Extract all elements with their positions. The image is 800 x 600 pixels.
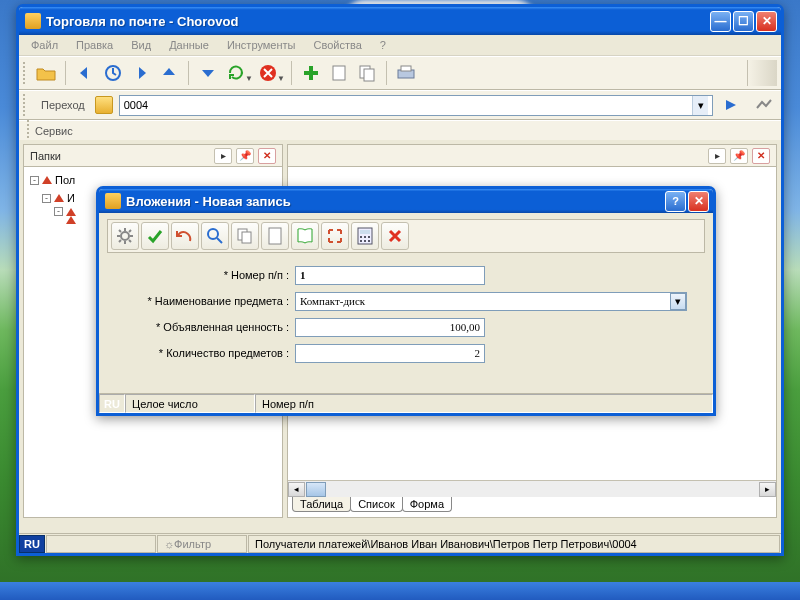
svg-rect-10 [242, 232, 251, 243]
main-title: Торговля по почте - Chorovod [46, 14, 710, 29]
nav-box-icon [95, 96, 113, 114]
svg-point-8 [208, 229, 218, 239]
new-icon[interactable] [326, 60, 352, 86]
undo-icon[interactable] [171, 222, 199, 250]
svg-rect-16 [368, 236, 370, 238]
main-statusbar: RU ☼ Фильтр Получатели платежей\Иванов И… [19, 533, 781, 553]
folders-header-label: Папки [30, 150, 61, 162]
dialog-lang-indicator[interactable]: RU [99, 394, 125, 413]
tree-row-1[interactable]: И [67, 189, 75, 207]
accept-icon[interactable] [141, 222, 169, 250]
nav-label: Переход [37, 99, 89, 111]
menu-data[interactable]: Данные [161, 37, 217, 53]
menu-edit[interactable]: Правка [68, 37, 121, 53]
scroll-right-icon[interactable]: ▸ [759, 482, 776, 497]
tab-list[interactable]: Список [350, 497, 403, 512]
svg-rect-18 [364, 240, 366, 242]
nav-address-field[interactable]: 0004 ▾ [119, 95, 713, 116]
calculator-icon[interactable] [351, 222, 379, 250]
svg-rect-14 [360, 236, 362, 238]
copy-icon[interactable] [231, 222, 259, 250]
dialog-title: Вложения - Новая запись [126, 194, 665, 209]
menubar[interactable]: Файл Правка Вид Данные Инструменты Свойс… [19, 35, 781, 56]
name-dropdown-button[interactable]: ▾ [670, 293, 686, 310]
svg-rect-4 [364, 69, 374, 81]
dialog-help-button[interactable]: ? [665, 191, 686, 212]
book-icon[interactable] [291, 222, 319, 250]
panel-pin-icon[interactable]: 📌 [236, 148, 254, 164]
data-panel-pin-icon[interactable]: 📌 [730, 148, 748, 164]
service-label: Сервис [35, 125, 73, 137]
menu-props[interactable]: Свойства [305, 37, 369, 53]
nav-go-icon[interactable] [719, 92, 745, 118]
print-icon[interactable] [393, 60, 419, 86]
clock-icon[interactable] [100, 60, 126, 86]
add-icon[interactable] [298, 60, 324, 86]
maximize-button[interactable]: ☐ [733, 11, 754, 32]
menu-help[interactable]: ? [372, 37, 394, 53]
menu-tools[interactable]: Инструменты [219, 37, 304, 53]
dialog-toolbar [107, 219, 705, 253]
label-declared: * Объявленная ценность : [113, 321, 295, 333]
horizontal-scrollbar[interactable]: ◂ ▸ [288, 480, 776, 497]
main-titlebar[interactable]: Торговля по почте - Chorovod — ☐ ✕ [19, 7, 781, 35]
dialog-status-cell2: Номер п/п [255, 394, 713, 413]
gear-icon[interactable] [111, 222, 139, 250]
forward-icon[interactable] [128, 60, 154, 86]
tab-form[interactable]: Форма [402, 497, 452, 512]
copy-icon[interactable] [354, 60, 380, 86]
menu-view[interactable]: Вид [123, 37, 159, 53]
input-qty[interactable] [295, 344, 485, 363]
svg-rect-13 [360, 230, 370, 234]
scroll-thumb[interactable] [306, 482, 326, 497]
input-declared[interactable] [295, 318, 485, 337]
svg-rect-6 [401, 66, 411, 71]
label-qty: * Количество предметов : [113, 347, 295, 359]
svg-rect-17 [360, 240, 362, 242]
app-icon [25, 13, 41, 29]
svg-rect-19 [368, 240, 370, 242]
input-seq[interactable] [295, 266, 485, 285]
dialog-form: * Номер п/п : * Наименование предмета : … [107, 253, 705, 371]
nav-dropdown-button[interactable]: ▾ [692, 96, 708, 115]
navigation-bar: Переход 0004 ▾ [19, 90, 781, 120]
data-panel-close-icon[interactable]: ✕ [752, 148, 770, 164]
label-name: * Наименование предмета : [113, 295, 295, 307]
view-tabs: Таблица Список Форма [288, 497, 776, 517]
tree-row-0[interactable]: Пол [55, 171, 75, 189]
data-panel-toggle-icon[interactable]: ▸ [708, 148, 726, 164]
svg-point-7 [121, 232, 129, 240]
menu-file[interactable]: Файл [23, 37, 66, 53]
attachments-dialog: Вложения - Новая запись ? ✕ * Номер п/п … [96, 186, 716, 416]
nav-address-value: 0004 [124, 99, 148, 111]
minimize-button[interactable]: — [710, 11, 731, 32]
search-icon[interactable] [201, 222, 229, 250]
up-icon[interactable] [156, 60, 182, 86]
main-toolbar: ▼ ▼ [19, 56, 781, 90]
status-filter[interactable]: ☼ Фильтр [157, 535, 247, 553]
scroll-left-icon[interactable]: ◂ [288, 482, 305, 497]
svg-rect-15 [364, 236, 366, 238]
svg-rect-2 [333, 66, 345, 80]
panel-close-icon[interactable]: ✕ [258, 148, 276, 164]
svg-rect-11 [269, 228, 281, 244]
dialog-titlebar[interactable]: Вложения - Новая запись ? ✕ [99, 189, 713, 213]
label-seq: * Номер п/п : [113, 269, 295, 281]
open-icon[interactable] [33, 60, 59, 86]
down-icon[interactable] [195, 60, 221, 86]
status-path: Получатели платежей\Иванов Иван Иванович… [248, 535, 780, 553]
lang-indicator[interactable]: RU [19, 535, 45, 553]
input-name[interactable] [295, 292, 687, 311]
service-bar[interactable]: Сервис [19, 120, 781, 140]
page-icon[interactable] [261, 222, 289, 250]
back-icon[interactable] [72, 60, 98, 86]
nav-scan-icon[interactable] [751, 92, 777, 118]
tab-table[interactable]: Таблица [292, 497, 351, 512]
delete-icon[interactable] [381, 222, 409, 250]
expand-icon[interactable] [321, 222, 349, 250]
close-button[interactable]: ✕ [756, 11, 777, 32]
dialog-icon [105, 193, 121, 209]
windows-taskbar[interactable] [0, 582, 800, 600]
panel-toggle-icon[interactable]: ▸ [214, 148, 232, 164]
dialog-close-button[interactable]: ✕ [688, 191, 709, 212]
